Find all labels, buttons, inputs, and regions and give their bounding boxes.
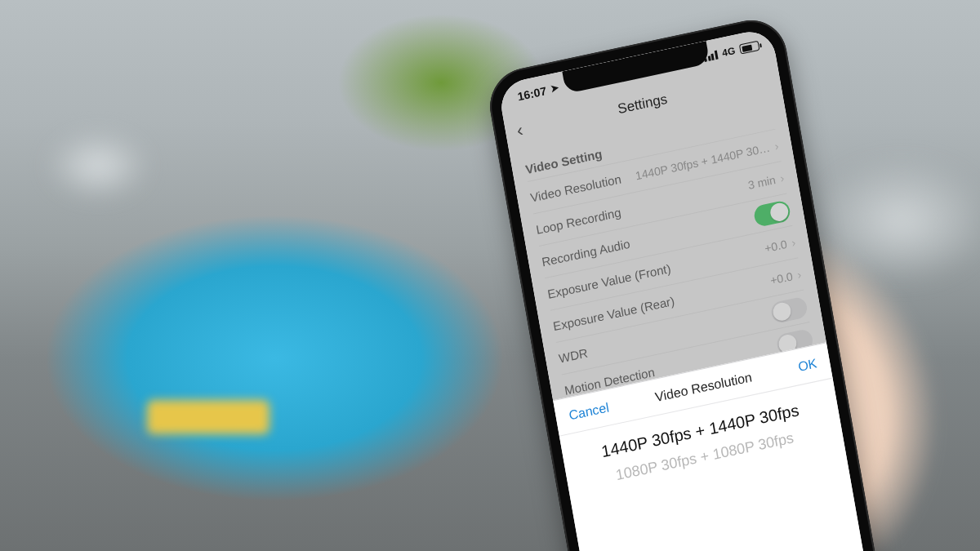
status-time: 16:07 <box>516 84 547 103</box>
license-plate-blur <box>147 400 270 434</box>
back-button[interactable]: ‹ <box>515 121 524 140</box>
phone-frame: 16:07 ➤ 4G ‹ Settings <box>484 13 882 551</box>
background-photo: 16:07 ➤ 4G ‹ Settings <box>0 0 980 551</box>
page-title: Settings <box>617 91 669 118</box>
network-type: 4G <box>721 45 736 59</box>
phone-screen: 16:07 ➤ 4G ‹ Settings <box>497 27 869 551</box>
battery-icon <box>739 41 760 55</box>
location-icon: ➤ <box>550 82 559 95</box>
picker-ok-button[interactable]: OK <box>797 356 818 375</box>
picker-cancel-button[interactable]: Cancel <box>568 400 610 423</box>
